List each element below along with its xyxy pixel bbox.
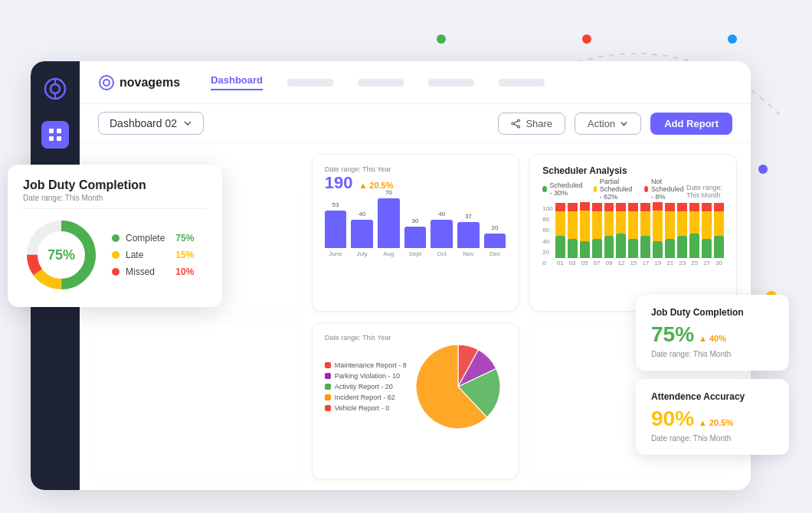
stacked-segment-yellow — [592, 211, 602, 239]
stacked-segment-green — [580, 241, 590, 258]
bar-rect — [351, 220, 373, 248]
bar-top-label: 37 — [465, 213, 472, 220]
stacked-bar-column: 07 — [592, 203, 602, 266]
stacked-x-label: 07 — [594, 260, 601, 266]
legend-label: Complete — [126, 233, 165, 243]
stacked-segment-red — [640, 203, 650, 211]
stacked-x-label: 30 — [715, 260, 722, 266]
deco-dot-red — [582, 34, 591, 44]
pie-legend: Maintenance Report - 8Parking Violation … — [325, 361, 407, 412]
tab-placeholder-3 — [428, 79, 474, 87]
y-axis-label: 60 — [542, 227, 552, 234]
stacked-legend-item: Not Scheduled - 8% — [644, 178, 686, 201]
bar-column: 40 July — [351, 211, 373, 257]
stacked-segment-yellow — [677, 211, 687, 236]
stacked-segment-red — [677, 203, 687, 211]
donut-legend: Complete 75% Late 15% Missed 10% — [112, 233, 194, 277]
stacked-segment-green — [677, 236, 687, 258]
stacked-bar — [604, 203, 614, 258]
stacked-segment-green — [714, 236, 724, 258]
stacked-bar-column: 09 — [604, 203, 614, 266]
bar-bottom-label: July — [357, 250, 368, 257]
stacked-bar-column: 17 — [640, 203, 650, 266]
action-button[interactable]: Action — [575, 113, 641, 135]
bar-column: 30 Sept — [404, 217, 427, 257]
bar-top-label: 53 — [332, 201, 339, 208]
stat-att-value: 90% — [651, 407, 694, 431]
bar-bottom-label: Aug — [383, 250, 394, 257]
action-label: Action — [588, 118, 615, 129]
stacked-segment-green — [640, 236, 650, 258]
svg-point-17 — [518, 126, 520, 128]
add-report-button[interactable]: Add Report — [650, 113, 732, 135]
stat-card-job-duty: Job Duty Completion 75% ▲ 40% Date range… — [636, 295, 789, 371]
bar-column: 20 Dec — [484, 224, 506, 257]
stat-jd-date: Date range: This Month — [651, 350, 774, 358]
pie-legend-label: Maintenance Report - 8 — [335, 361, 407, 369]
stacked-bar — [677, 203, 687, 258]
legend-value: 10% — [171, 266, 194, 277]
bar-bottom-label: Sept — [409, 250, 421, 257]
pie-legend-item: Vehicle Report - 0 — [325, 404, 407, 412]
pie-legend-label: Parking Violation - 10 — [335, 372, 400, 380]
pie-legend-label: Vehicle Report - 0 — [335, 404, 390, 412]
stacked-segment-yellow — [665, 211, 675, 239]
tab-dashboard[interactable]: Dashboard — [211, 74, 263, 90]
stat-card-attendance: Attendence Accuracy 90% ▲ 20.5% Date ran… — [636, 379, 789, 455]
stacked-bar-column: 25 — [689, 203, 699, 266]
svg-point-18 — [512, 123, 514, 125]
stacked-bar-column: 21 — [665, 203, 675, 266]
stacked-x-label: 01 — [557, 260, 564, 266]
y-axis-label: 80 — [542, 216, 552, 223]
legend-value: 15% — [171, 250, 194, 260]
pie-legend-dot — [325, 384, 331, 390]
pie-legend-dot — [325, 373, 331, 379]
share-button[interactable]: Share — [498, 113, 565, 135]
bar-rect — [325, 211, 347, 248]
stacked-bar — [689, 203, 699, 258]
stacked-bar-column: 05 — [580, 202, 590, 266]
svg-point-16 — [518, 119, 520, 122]
stacked-bar — [714, 203, 724, 258]
stacked-legend-dot — [644, 186, 648, 192]
pie-legend-label: Incident Report - 62 — [335, 394, 395, 401]
stacked-segment-yellow — [640, 211, 650, 236]
tab-placeholder-4 — [499, 79, 545, 87]
stacked-segment-yellow — [653, 211, 663, 241]
stacked-bar — [555, 203, 565, 258]
y-axis-label: 20 — [542, 249, 552, 256]
stacked-x-label: 05 — [581, 260, 588, 266]
pie-date-range: Date range: This Year — [325, 334, 506, 341]
svg-line-19 — [514, 121, 518, 123]
stacked-segment-yellow — [568, 211, 578, 239]
sidebar-item-grid[interactable] — [41, 121, 69, 149]
stacked-segment-green — [604, 236, 614, 258]
stacked-legend-label: Not Scheduled - 8% — [651, 178, 686, 201]
y-axis-label: 0 — [542, 260, 552, 266]
widget-pie-chart: Date range: This Year Maintenance Report… — [312, 322, 519, 480]
bar-rect — [484, 234, 506, 248]
stacked-x-label: 27 — [703, 260, 710, 266]
stacked-segment-red — [568, 203, 578, 211]
stacked-bar — [665, 203, 675, 258]
stacked-bar — [616, 203, 626, 258]
pie-legend-item: Maintenance Report - 8 — [325, 361, 407, 369]
logo-icon — [43, 77, 67, 101]
stacked-bar — [568, 203, 578, 258]
stacked-x-label: 12 — [617, 260, 624, 266]
scheduler-title: Scheduler Analysis — [542, 165, 724, 176]
stacked-x-label: 15 — [630, 260, 637, 266]
bar-top-label: 40 — [359, 211, 365, 217]
stat-jd-title: Job Duty Completion — [651, 307, 774, 318]
widget-empty-1 — [93, 322, 301, 480]
dashboard-selector[interactable]: Dashboard 02 — [98, 112, 204, 135]
legend-dot — [112, 251, 120, 259]
stacked-segment-green — [628, 239, 638, 258]
scheduler-y-axis: 100806040200 — [542, 205, 552, 266]
stacked-bar — [640, 203, 650, 258]
stacked-bar — [628, 203, 638, 258]
legend-value: 75% — [171, 233, 194, 243]
stacked-segment-green — [689, 234, 699, 258]
bar-bottom-label: June — [329, 250, 342, 257]
legend-dot — [112, 234, 120, 242]
